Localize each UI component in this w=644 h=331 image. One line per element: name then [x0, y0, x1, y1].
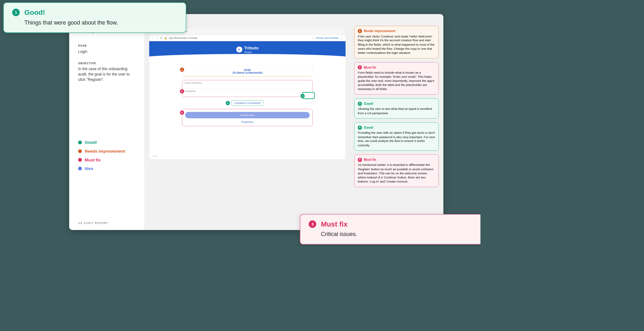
note-1: 1Needs improvement If the user clicks 'C… [354, 26, 439, 58]
lock-icon: 🔒 [164, 36, 167, 39]
version-text: v5.2.0 [152, 155, 158, 157]
objective-value: In the case of this onboarding audit, th… [78, 66, 137, 82]
legend-idea: Idea [78, 166, 137, 171]
brand-bottom: Simple [244, 51, 259, 53]
brand-top: Tributo [244, 46, 259, 51]
new-tab-icon[interactable]: + [186, 30, 188, 33]
audit-document: UX/UI Audit Page Login Objective In the … [69, 14, 443, 230]
menu-icon[interactable]: ⋮ [340, 36, 342, 39]
forward-icon[interactable]: → [156, 36, 158, 39]
note-3-title: Good! [364, 101, 374, 106]
welcome-box: 1 ¡Hola! ¡Te damos la bienvenida! [182, 66, 313, 77]
callout-must-num-icon: 3 [309, 220, 316, 228]
note-4-body: Providing the user with an option if the… [358, 131, 435, 147]
notes-panel: 1Needs improvement If the user clicks 'C… [354, 26, 439, 225]
footer-text: UX Audit Report [78, 222, 137, 224]
forgot-password-link[interactable]: 4 ¿Olvidaste tu contraseña? [231, 100, 264, 106]
note-5-body: As mentioned earlier, it is essential to… [358, 163, 435, 183]
callout-good-title: Good! [25, 8, 45, 16]
show-password-box[interactable]: 3 [302, 92, 315, 99]
good-dot-icon [78, 141, 82, 144]
legend-must: Must fix [78, 157, 137, 162]
forgot-text: ¿Olvidaste tu contraseña? [234, 102, 261, 104]
legend-needs-label: Needs improvement [85, 149, 125, 154]
callout-must-title: Must fix [321, 220, 348, 228]
action-box: 5 INGRESAR Registrarse [182, 109, 313, 126]
note-5: 5Must fix As mentioned earlier, it is es… [354, 154, 439, 187]
password-field[interactable]: Contraseña [182, 88, 313, 97]
note-3: 3Good! Allowing the user to see what the… [354, 98, 439, 119]
callout-good-body: Things that were good about the flow. [25, 19, 177, 26]
note-3-num-icon: 3 [358, 102, 362, 106]
legend-good-label: Good! [85, 140, 97, 145]
legend-must-label: Must fix [85, 157, 101, 162]
note-4: 4Good! Providing the user with an option… [354, 122, 439, 151]
note-5-title: Must fix [364, 158, 376, 162]
url-text[interactable]: app.tributosimple.com/login [169, 36, 310, 39]
sidebar: UX/UI Audit Page Login Objective In the … [69, 14, 144, 230]
legend-idea-label: Idea [85, 166, 93, 171]
register-link[interactable]: Registrarse [185, 121, 310, 123]
brand-logo-icon: ✔ [236, 47, 242, 53]
pin-1-icon: 1 [180, 68, 184, 72]
note-2-title: Must fix [364, 65, 376, 70]
login-body: 1 ¡Hola! ¡Te damos la bienvenida! 2 Corr… [149, 62, 345, 130]
form-fields-box: 2 Correo Electrónico Contraseña 3 [182, 80, 313, 97]
browser-url-bar: ← → ⟳ 🔒 app.tributosimple.com/login ☆ Re… [149, 35, 345, 41]
callout-good-num-icon: 1 [12, 9, 20, 16]
page-value: Login [78, 49, 137, 54]
main-area: Tributo Simple + ← → ⟳ 🔒 app.tributosimp… [144, 14, 443, 230]
note-1-title: Needs improvement [364, 29, 395, 33]
brand: ✔ Tributo Simple [236, 46, 258, 53]
callout-must-body: Critical issues. [321, 231, 472, 238]
pin-2-icon: 2 [180, 89, 184, 93]
note-2-body: Form fields need to include what is know… [358, 70, 435, 91]
pin-5-icon: 5 [180, 110, 184, 115]
welcome-line2: ¡Te damos la bienvenida! [185, 71, 310, 74]
note-4-title: Good! [364, 126, 374, 130]
browser-screenshot: Tributo Simple + ← → ⟳ 🔒 app.tributosimp… [149, 28, 346, 160]
callout-must: 3 Must fix Critical issues. [300, 214, 480, 244]
needs-dot-icon [78, 149, 82, 153]
note-5-num-icon: 5 [358, 158, 362, 162]
callout-good: 1 Good! Things that were good about the … [3, 2, 186, 33]
idea-dot-icon [78, 167, 82, 171]
welcome-line1: ¡Hola! [185, 69, 310, 71]
back-icon[interactable]: ← [152, 36, 154, 39]
email-field[interactable]: Correo Electrónico [182, 80, 313, 88]
must-dot-icon [78, 158, 82, 162]
refresh-pill[interactable]: Reiniciar para actualizar [316, 37, 338, 39]
star-icon[interactable]: ☆ [312, 36, 314, 39]
note-1-body: If the user clicks 'Continue' and reads … [358, 34, 435, 55]
reload-icon[interactable]: ⟳ [160, 36, 162, 39]
page-header: ✔ Tributo Simple [149, 41, 345, 62]
objective-label: Objective [78, 61, 137, 65]
note-3-body: Allowing the user to see what they've ty… [358, 107, 435, 115]
legend: Good! Needs improvement Must fix Idea [78, 136, 137, 175]
pin-4-icon: 4 [225, 101, 230, 105]
page-label: Page [78, 44, 137, 48]
legend-needs: Needs improvement [78, 149, 137, 154]
note-1-num-icon: 1 [358, 29, 362, 33]
pin-3-icon: 3 [301, 94, 305, 98]
note-2: 2Must fix Form fields need to include wh… [354, 62, 439, 94]
legend-good: Good! [78, 140, 137, 145]
note-4-num-icon: 4 [358, 126, 362, 130]
login-button[interactable]: INGRESAR [185, 112, 310, 118]
note-2-num-icon: 2 [358, 65, 362, 69]
